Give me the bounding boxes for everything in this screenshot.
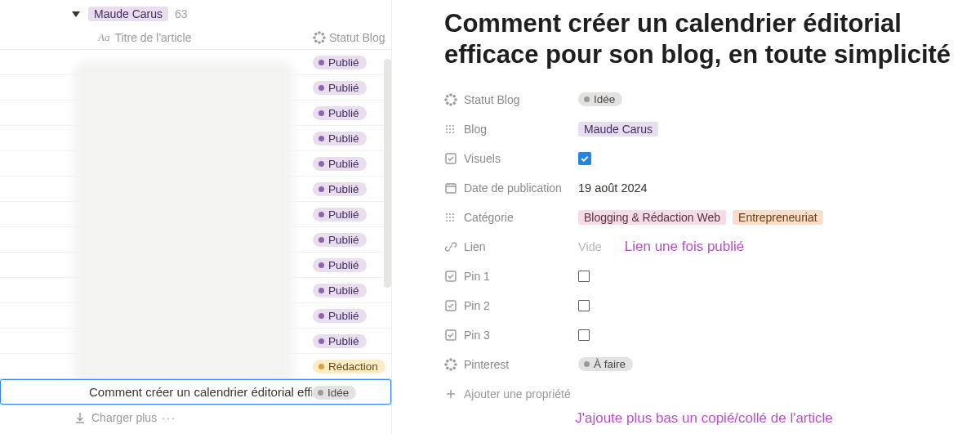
page-title[interactable]: Comment créer un calendrier éditorial ef… [444, 8, 964, 70]
add-property-button[interactable]: Ajouter une propriété [444, 379, 964, 410]
svg-point-25 [450, 369, 452, 370]
group-name-tag[interactable]: Maude Carus [88, 7, 168, 21]
property-categorie[interactable]: Catégorie Blogging & Rédaction Web Entre… [444, 203, 964, 232]
pin3-checkbox[interactable] [578, 329, 590, 341]
collapse-toggle-icon[interactable] [72, 11, 80, 17]
svg-point-7 [315, 34, 317, 35]
status-badge: Publié [313, 208, 367, 221]
svg-point-3 [322, 40, 323, 42]
lien-empty[interactable]: Vide [578, 240, 602, 253]
table-row[interactable]: Publié [0, 177, 391, 202]
property-lien[interactable]: Lien Vide Lien une fois publié [444, 232, 964, 262]
table-row[interactable]: Rédaction [0, 354, 391, 379]
status-badge[interactable]: Idée [578, 92, 622, 106]
status-property-icon [444, 93, 457, 106]
svg-rect-17 [446, 184, 456, 193]
table-row[interactable]: Publié [0, 253, 391, 278]
table-row[interactable]: Publié [0, 303, 391, 329]
table-row[interactable]: Publié [0, 227, 391, 253]
lien-annotation: Lien une fois publié [625, 239, 745, 255]
status-badge: Publié [313, 334, 367, 348]
table-row[interactable]: Publié [0, 278, 391, 303]
blog-tag[interactable]: Maude Carus [578, 122, 658, 136]
group-count: 63 [175, 7, 188, 20]
svg-point-28 [447, 360, 448, 361]
property-statut-blog[interactable]: Statut Blog Idée [444, 85, 964, 114]
property-pinterest[interactable]: Pinterest À faire [444, 350, 964, 379]
table-row[interactable]: Publié [0, 101, 391, 126]
table-row[interactable]: Publié [0, 126, 391, 151]
checkbox-property-icon [444, 152, 457, 165]
group-header[interactable]: Maude Carus 63 [0, 5, 391, 26]
svg-rect-16 [446, 154, 456, 163]
column-title[interactable]: Aa Titre de l'article [98, 31, 313, 44]
status-badge: Publié [313, 157, 367, 171]
svg-point-14 [445, 99, 447, 101]
category-tag[interactable]: Blogging & Rédaction Web [578, 210, 726, 225]
status-badge: Publié [313, 309, 367, 323]
status-badge: Publié [313, 182, 367, 196]
page-detail: Comment créer un calendrier éditorial ef… [392, 0, 980, 434]
multi-select-icon [444, 211, 457, 224]
checkbox-property-icon [444, 299, 457, 312]
status-badge: Rédaction [313, 360, 385, 374]
column-status-label: Statut Blog [329, 31, 385, 44]
table-row[interactable]: Publié [0, 50, 391, 75]
svg-point-4 [318, 42, 320, 43]
table-body: Publié Publié Publié Publié Publié Publi… [0, 50, 391, 405]
svg-point-24 [453, 367, 455, 369]
property-date-publication[interactable]: Date de publication 19 août 2024 [444, 173, 964, 203]
checkbox-property-icon [444, 329, 457, 342]
database-table: Maude Carus 63 Aa Titre de l'article Sta… [0, 0, 392, 434]
property-visuels[interactable]: Visuels [444, 144, 964, 173]
visuels-checkbox[interactable] [578, 152, 591, 165]
more-options-icon[interactable]: ··· [162, 411, 176, 424]
calendar-icon [444, 181, 457, 195]
pin1-checkbox[interactable] [578, 271, 590, 282]
status-property-icon [313, 31, 326, 44]
status-badge: Publié [313, 284, 367, 298]
svg-rect-20 [446, 330, 456, 340]
status-badge: Publié [313, 81, 367, 95]
plus-icon [444, 387, 457, 400]
status-badge: Publié [313, 258, 367, 272]
status-badge: Publié [313, 132, 367, 145]
load-more-button[interactable]: Charger plus ··· [0, 405, 391, 424]
svg-point-0 [318, 32, 320, 34]
table-row[interactable]: Publié [0, 202, 391, 227]
checkbox-property-icon [444, 270, 457, 283]
svg-point-1 [322, 34, 323, 35]
table-row[interactable]: Publié [0, 151, 391, 177]
date-value[interactable]: 19 août 2024 [578, 181, 648, 195]
status-badge: Idée [312, 386, 356, 400]
svg-rect-19 [446, 301, 456, 311]
svg-point-13 [447, 102, 448, 104]
category-tag[interactable]: Entrepreneuriat [733, 210, 823, 225]
table-row-selected[interactable]: Comment créer un calendrier éditorial ef… [0, 379, 391, 405]
table-row[interactable]: Publié [0, 75, 391, 101]
svg-point-26 [447, 367, 448, 369]
table-column-header: Aa Titre de l'article Statut Blog [0, 26, 391, 50]
vertical-scrollbar[interactable] [384, 59, 391, 288]
selected-row-title: Comment créer un calendrier éditorial ef… [89, 385, 312, 399]
svg-point-2 [323, 37, 325, 38]
status-badge: Publié [313, 106, 367, 120]
status-badge: Publié [313, 56, 367, 69]
property-pin2[interactable]: Pin 2 [444, 291, 964, 320]
svg-point-21 [450, 359, 452, 360]
table-row[interactable]: Publié [0, 329, 391, 354]
property-blog[interactable]: Blog Maude Carus [444, 114, 964, 144]
svg-point-9 [453, 95, 455, 96]
status-badge[interactable]: À faire [578, 357, 633, 371]
pin2-checkbox[interactable] [578, 300, 590, 311]
property-pin3[interactable]: Pin 3 [444, 320, 964, 350]
body-annotation: J'ajoute plus bas un copié/collé de l'ar… [444, 410, 964, 432]
column-status[interactable]: Statut Blog [313, 31, 391, 44]
status-property-icon [444, 358, 457, 371]
svg-point-6 [314, 37, 315, 38]
svg-point-27 [445, 364, 447, 365]
multi-select-icon [444, 123, 457, 136]
property-pin1[interactable]: Pin 1 [444, 262, 964, 291]
svg-point-22 [453, 360, 455, 361]
svg-point-23 [455, 364, 457, 365]
